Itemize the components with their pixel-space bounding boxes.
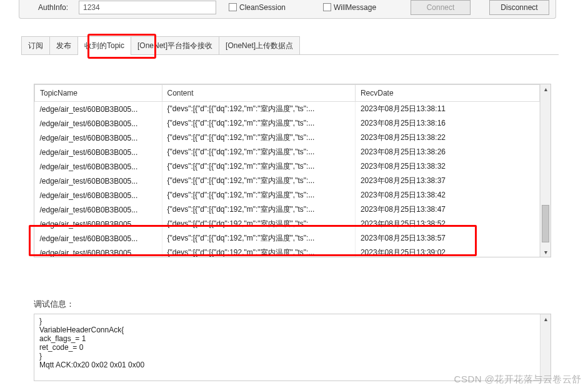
cell-date: 2023年08月25日13:38:11 <box>355 102 539 117</box>
willmessage-label: WillMessage <box>334 3 376 12</box>
tab-publish[interactable]: 发布 <box>49 36 78 55</box>
cell-topic: /edge/air_test/60B0B3B005... <box>35 188 162 202</box>
col-content[interactable]: Content <box>162 85 355 102</box>
cell-topic: /edge/air_test/60B0B3B005... <box>35 246 162 257</box>
debug-output: } VariableHeaderConnAck{ ack_flags_= 1 r… <box>34 314 551 381</box>
col-recvdate[interactable]: RecvDate <box>355 85 539 102</box>
cell-date: 2023年08月25日13:38:52 <box>355 217 539 231</box>
cell-content: {"devs":[{"d":[{"dq":192,"m":"室内温度","ts"… <box>162 174 355 188</box>
table-header-row: TopicName Content RecvDate <box>35 85 540 102</box>
cell-topic: /edge/air_test/60B0B3B005... <box>35 131 162 145</box>
scroll-thumb[interactable] <box>542 205 549 242</box>
table-row[interactable]: /edge/air_test/60B0B3B005...{"devs":[{"d… <box>35 145 540 159</box>
col-topicname[interactable]: TopicName <box>35 85 162 102</box>
cell-content: {"devs":[{"d":[{"dq":192,"m":"室内温度","ts"… <box>162 188 355 202</box>
table-row[interactable]: /edge/air_test/60B0B3B005...{"devs":[{"d… <box>35 159 540 174</box>
cell-date: 2023年08月25日13:38:57 <box>355 231 539 246</box>
tab-onenet-cmd[interactable]: [OneNet]平台指令接收 <box>131 36 219 55</box>
table-row[interactable]: /edge/air_test/60B0B3B005...{"devs":[{"d… <box>35 217 540 231</box>
cell-content: {"devs":[{"d":[{"dq":192,"m":"室内温度","ts"… <box>162 145 355 159</box>
cell-topic: /edge/air_test/60B0B3B005... <box>35 116 162 131</box>
cell-content: {"devs":[{"d":[{"dq":192,"m":"室内温度","ts"… <box>162 159 355 174</box>
willmessage-checkbox[interactable] <box>323 3 331 11</box>
cell-topic: /edge/air_test/60B0B3B005... <box>35 174 162 188</box>
table-row[interactable]: /edge/air_test/60B0B3B005...{"devs":[{"d… <box>35 131 540 145</box>
cell-topic: /edge/air_test/60B0B3B005... <box>35 231 162 246</box>
cell-date: 2023年08月25日13:39:02 <box>355 246 539 257</box>
cell-date: 2023年08月25日13:38:22 <box>355 131 539 145</box>
scroll-up-icon[interactable]: ▴ <box>544 84 547 94</box>
cell-date: 2023年08月25日13:38:32 <box>355 159 539 174</box>
cleansession-label: CleanSession <box>239 3 286 12</box>
table-scrollbar[interactable]: ▴ ▾ <box>540 84 551 257</box>
debug-text[interactable]: } VariableHeaderConnAck{ ack_flags_= 1 r… <box>34 314 540 381</box>
table-row[interactable]: /edge/air_test/60B0B3B005...{"devs":[{"d… <box>35 246 540 257</box>
disconnect-button[interactable]: Disconnect <box>489 0 549 15</box>
authinfo-label: AuthInfo: <box>38 3 72 12</box>
table-row[interactable]: /edge/air_test/60B0B3B005...{"devs":[{"d… <box>35 102 540 117</box>
cell-content: {"devs":[{"d":[{"dq":192,"m":"室内温度","ts"… <box>162 231 355 246</box>
cell-date: 2023年08月25日13:38:26 <box>355 145 539 159</box>
authinfo-input[interactable] <box>79 1 216 14</box>
cell-topic: /edge/air_test/60B0B3B005... <box>35 102 162 117</box>
cell-content: {"devs":[{"d":[{"dq":192,"m":"室内温度","ts"… <box>162 217 355 231</box>
scroll-down-icon[interactable]: ▾ <box>544 247 547 257</box>
tab-onenet-upload[interactable]: [OneNet]上传数据点 <box>219 36 300 55</box>
cell-content: {"devs":[{"d":[{"dq":192,"m":"室内温度","ts"… <box>162 131 355 145</box>
cleansession-checkbox[interactable] <box>229 3 237 11</box>
table-row[interactable]: /edge/air_test/60B0B3B005...{"devs":[{"d… <box>35 188 540 202</box>
connection-panel: AuthInfo: CleanSession WillMessage Conne… <box>19 0 556 19</box>
table-row[interactable]: /edge/air_test/60B0B3B005...{"devs":[{"d… <box>35 174 540 188</box>
debug-scrollbar[interactable]: ▴ <box>540 314 551 381</box>
cell-date: 2023年08月25日13:38:42 <box>355 188 539 202</box>
tabs: 订阅 发布 收到的Topic [OneNet]平台指令接收 [OneNet]上传… <box>21 36 559 55</box>
cell-content: {"devs":[{"d":[{"dq":192,"m":"室内温度","ts"… <box>162 202 355 217</box>
cell-content: {"devs":[{"d":[{"dq":192,"m":"室内温度","ts"… <box>162 116 355 131</box>
cell-date: 2023年08月25日13:38:47 <box>355 202 539 217</box>
cell-content: {"devs":[{"d":[{"dq":192,"m":"室内温度","ts"… <box>162 102 355 117</box>
cell-topic: /edge/air_test/60B0B3B005... <box>35 159 162 174</box>
connect-button[interactable]: Connect <box>411 0 471 15</box>
cell-date: 2023年08月25日13:38:16 <box>355 116 539 131</box>
scroll-up-icon[interactable]: ▴ <box>544 314 547 324</box>
tab-subscribe[interactable]: 订阅 <box>21 36 50 55</box>
received-topic-table: TopicName Content RecvDate /edge/air_tes… <box>34 84 551 257</box>
cell-topic: /edge/air_test/60B0B3B005... <box>35 217 162 231</box>
table-row[interactable]: /edge/air_test/60B0B3B005...{"devs":[{"d… <box>35 231 540 246</box>
debug-label: 调试信息： <box>34 299 74 310</box>
tab-received-topic[interactable]: 收到的Topic <box>77 36 131 55</box>
cell-topic: /edge/air_test/60B0B3B005... <box>35 145 162 159</box>
cell-date: 2023年08月25日13:38:37 <box>355 174 539 188</box>
table-row[interactable]: /edge/air_test/60B0B3B005...{"devs":[{"d… <box>35 116 540 131</box>
table-row[interactable]: /edge/air_test/60B0B3B005...{"devs":[{"d… <box>35 202 540 217</box>
cell-topic: /edge/air_test/60B0B3B005... <box>35 202 162 217</box>
cell-content: {"devs":[{"d":[{"dq":192,"m":"室内温度","ts"… <box>162 246 355 257</box>
